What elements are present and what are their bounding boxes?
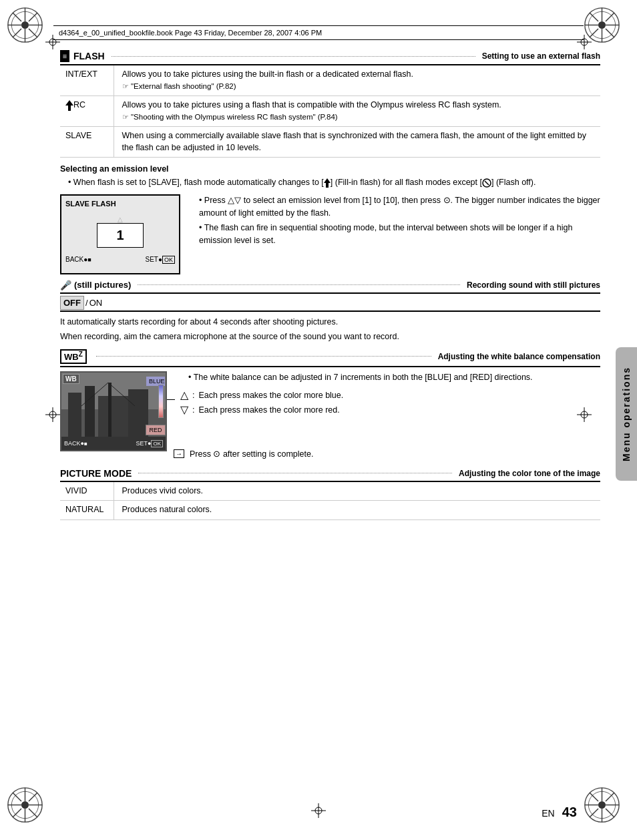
sidebar-tab-text: Menu operations [621, 367, 632, 461]
up-triangle: △ [180, 389, 188, 401]
wb-down-text: Each press makes the color more red. [198, 405, 339, 415]
slave-label: SLAVE [60, 127, 114, 158]
header-text: d4364_e_00_unified_bookfile.book Page 43… [59, 29, 322, 37]
wb-text-content: The white balance can be adjusted in 7 i… [176, 371, 600, 419]
natural-label: NATURAL [60, 501, 114, 520]
slave-flash-container: SLAVE FLASH △ 1 BACK●■ SET●OK Press △▽ t… [60, 194, 600, 274]
en-label: EN [542, 808, 554, 819]
crosshair-bottom-center [311, 803, 326, 820]
table-row: VIVID Produces vivid colors. [60, 482, 600, 501]
wb-header-right: Adjusting the white balance compensation [438, 352, 600, 361]
table-row: RC Allows you to take pictures using a f… [60, 96, 600, 127]
off-on-bar: OFF/ON [60, 298, 600, 312]
still-pictures-title: (still pictures) [74, 280, 131, 290]
svg-rect-71 [108, 383, 112, 439]
up-arrow: △ [118, 216, 123, 223]
header-bar: d4364_e_00_unified_bookfile.book Page 43… [53, 25, 584, 40]
svg-text:≡: ≡ [63, 52, 67, 60]
wb-description: The white balance can be adjusted in 7 i… [180, 371, 600, 384]
wb-screen-wrapper: WB BLUE RED BACK●■ SET●OK [60, 371, 167, 451]
red-bar: RED [146, 425, 166, 435]
color-gradient-bar [158, 385, 164, 418]
still-pictures-desc1: It automatically starts recording for ab… [60, 316, 600, 329]
int-ext-ref: "External flash shooting" (P.82) [131, 82, 236, 90]
wb-arrow-line [167, 399, 175, 400]
picture-mode-table: VIVID Produces vivid colors. NATURAL Pro… [60, 482, 600, 520]
flash-number: 1 [116, 228, 124, 242]
table-row: INT/EXT Allows you to take pictures usin… [60, 65, 600, 96]
still-pictures-header-right: Recording sound with still pictures [467, 280, 600, 290]
emission-bullet1: When flash is set to [SLAVE], flash mode… [60, 176, 600, 189]
svg-point-2 [21, 21, 29, 29]
svg-point-24 [21, 801, 29, 809]
vivid-content: Produces vivid colors. [114, 482, 600, 501]
svg-point-13 [598, 21, 606, 29]
flash-table: INT/EXT Allows you to take pictures usin… [60, 65, 600, 158]
flash-number-display: 1 [97, 223, 144, 248]
emission-subsection: Selecting an emission level When flash i… [60, 164, 600, 274]
wb-set-label: SET●OK [136, 440, 163, 447]
rc-ref: "Shooting with the Olympus wireless RC f… [131, 113, 338, 121]
rc-ref-icon: ☞ [122, 113, 129, 121]
picture-mode-title: PICTURE MODE [60, 468, 132, 479]
still-pictures-header: 🎤 (still pictures) Recording sound with … [60, 280, 600, 294]
corner-decoration-bottom-left [7, 787, 53, 833]
flash-title: FLASH [73, 51, 105, 61]
flash-icon-prefix: ≡ [60, 50, 71, 62]
rc-label: RC [60, 96, 114, 127]
still-pictures-desc2: When recording, aim the camera microphon… [60, 331, 600, 343]
svg-marker-62 [324, 178, 331, 188]
flash-section-header: ≡ FLASH Setting to use an external flash [60, 50, 600, 65]
page-number-area: EN 43 [542, 805, 577, 820]
table-row: SLAVE When using a commercially availabl… [60, 127, 600, 158]
svg-rect-69 [85, 386, 95, 439]
down-triangle: ▽ [180, 403, 188, 416]
slave-flash-bottom: BACK●■ SET●OK [65, 256, 175, 263]
rc-content: Allows you to take pictures using a flas… [122, 100, 501, 110]
vivid-label: VIVID [60, 482, 114, 501]
svg-line-64 [485, 181, 489, 185]
wb-badge: WB [63, 374, 79, 384]
wb-back-label: BACK●■ [64, 440, 87, 447]
svg-marker-61 [65, 100, 73, 111]
mic-icon: 🎤 [60, 280, 71, 290]
corner-decoration-bottom-right [584, 787, 630, 833]
wb-up-arrow-row: △ : Each press makes the color more blue… [180, 389, 600, 401]
slave-flash-title: SLAVE FLASH [65, 200, 175, 208]
set-arrow-icon: → [174, 449, 184, 458]
emission-title: Selecting an emission level [60, 164, 600, 174]
picture-mode-header-right: Adjusting the color tone of the image [459, 469, 600, 478]
wb-screen: WB BLUE RED BACK●■ SET●OK [60, 371, 167, 451]
int-ext-label: INT/EXT [60, 65, 114, 96]
flash-header-right: Setting to use an external flash [482, 51, 600, 61]
int-ext-content: Allows you to take pictures using the bu… [122, 69, 413, 79]
wb-image-container: WB BLUE RED BACK●■ SET●OK The w [60, 371, 600, 451]
still-pictures-section: 🎤 (still pictures) Recording sound with … [60, 280, 600, 343]
wb-bottom-bar: BACK●■ SET●OK [61, 437, 166, 450]
slash: / [84, 298, 89, 308]
svg-point-35 [598, 801, 606, 809]
slave-content: When using a commercially available slav… [122, 131, 586, 152]
off-label: OFF [60, 296, 84, 310]
wb-section: WBZ Adjusting the white balance compensa… [60, 349, 600, 458]
wb-down-arrow-row: ▽ : Each press makes the color more red. [180, 403, 600, 416]
wb-icon: WBZ [60, 349, 87, 363]
picture-mode-header: PICTURE MODE Adjusting the color tone of… [60, 468, 600, 482]
sidebar-tab: Menu operations [616, 347, 637, 481]
svg-rect-70 [98, 396, 132, 439]
back-label: BACK●■ [65, 256, 91, 263]
page-number: 43 [562, 805, 577, 819]
wb-press-label: Press ⊙ after setting is complete. [190, 449, 313, 459]
emission-instruction-2: The flash can fire in sequential shootin… [191, 222, 600, 247]
int-ext-ref-icon: ☞ [122, 82, 129, 90]
on-label: ON [89, 298, 103, 308]
wb-header: WBZ Adjusting the white balance compensa… [60, 349, 600, 367]
emission-instruction-1: Press △▽ to select an emission level fro… [191, 194, 600, 220]
set-label: SET●OK [145, 256, 175, 263]
table-row: NATURAL Produces natural colors. [60, 501, 600, 520]
crosshair-mid-left [45, 407, 60, 424]
wb-up-text: Each press makes the color more blue. [198, 391, 343, 400]
svg-rect-68 [68, 393, 81, 439]
main-content: ≡ FLASH Setting to use an external flash… [60, 50, 600, 787]
picture-mode-section: PICTURE MODE Adjusting the color tone of… [60, 468, 600, 520]
